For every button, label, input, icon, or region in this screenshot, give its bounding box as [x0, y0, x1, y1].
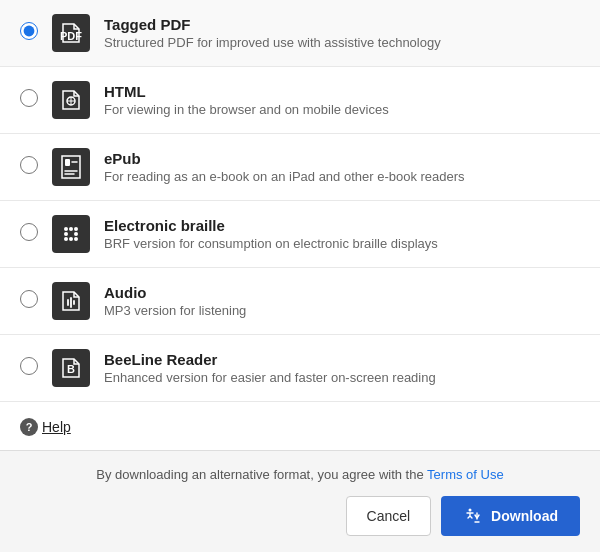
help-row: ? Help [0, 406, 600, 450]
svg-rect-5 [65, 159, 70, 166]
option-row-epub[interactable]: ePubFor reading as an e-book on an iPad … [0, 134, 600, 201]
option-title-html: HTML [104, 83, 580, 100]
radio-wrap-epub [20, 156, 38, 178]
epub-icon [52, 148, 90, 186]
option-desc-tagged-pdf: Structured PDF for improved use with ass… [104, 35, 580, 50]
html-icon [52, 81, 90, 119]
radio-audio[interactable] [20, 290, 38, 308]
option-title-epub: ePub [104, 150, 580, 167]
option-text-html: HTMLFor viewing in the browser and on mo… [104, 83, 580, 117]
tagged-pdf-icon: PDF [52, 14, 90, 52]
svg-rect-4 [52, 148, 90, 186]
radio-html[interactable] [20, 89, 38, 107]
option-row-electronic-braille[interactable]: Electronic brailleBRF version for consum… [0, 201, 600, 268]
audio-icon [52, 282, 90, 320]
option-desc-epub: For reading as an e-book on an iPad and … [104, 169, 580, 184]
footer-buttons: Cancel Download [20, 496, 580, 536]
radio-beeline-reader[interactable] [20, 357, 38, 375]
footer: By downloading an alternative format, yo… [0, 450, 600, 552]
svg-point-18 [469, 509, 472, 512]
option-text-electronic-braille: Electronic brailleBRF version for consum… [104, 217, 580, 251]
braille-icon [52, 215, 90, 253]
option-text-epub: ePubFor reading as an e-book on an iPad … [104, 150, 580, 184]
radio-tagged-pdf[interactable] [20, 22, 38, 40]
svg-point-7 [64, 227, 68, 231]
radio-wrap-html [20, 89, 38, 111]
option-title-audio: Audio [104, 284, 580, 301]
option-row-beeline-reader[interactable]: B BeeLine ReaderEnhanced version for eas… [0, 335, 600, 402]
option-row-tagged-pdf[interactable]: PDF Tagged PDFStructured PDF for improve… [0, 0, 600, 67]
svg-point-13 [69, 237, 73, 241]
svg-rect-6 [52, 215, 90, 253]
svg-point-9 [74, 227, 78, 231]
footer-tos-text: By downloading an alternative format, yo… [20, 467, 580, 482]
option-text-tagged-pdf: Tagged PDFStructured PDF for improved us… [104, 16, 580, 50]
option-desc-electronic-braille: BRF version for consumption on electroni… [104, 236, 580, 251]
radio-electronic-braille[interactable] [20, 223, 38, 241]
radio-wrap-electronic-braille [20, 223, 38, 245]
svg-point-12 [64, 237, 68, 241]
beeline-icon: B [52, 349, 90, 387]
radio-wrap-tagged-pdf [20, 22, 38, 44]
radio-epub[interactable] [20, 156, 38, 174]
download-button-label: Download [491, 508, 558, 524]
download-button[interactable]: Download [441, 496, 580, 536]
option-title-electronic-braille: Electronic braille [104, 217, 580, 234]
option-title-tagged-pdf: Tagged PDF [104, 16, 580, 33]
option-title-beeline-reader: BeeLine Reader [104, 351, 580, 368]
svg-text:B: B [67, 363, 75, 375]
radio-wrap-beeline-reader [20, 357, 38, 379]
svg-point-10 [64, 232, 68, 236]
svg-point-14 [74, 237, 78, 241]
options-list: PDF Tagged PDFStructured PDF for improve… [0, 0, 600, 406]
download-accessibility-icon [463, 506, 483, 526]
option-row-audio[interactable]: AudioMP3 version for listening [0, 268, 600, 335]
option-desc-html: For viewing in the browser and on mobile… [104, 102, 580, 117]
help-link[interactable]: Help [42, 419, 71, 435]
option-row-html[interactable]: HTMLFor viewing in the browser and on mo… [0, 67, 600, 134]
option-desc-beeline-reader: Enhanced version for easier and faster o… [104, 370, 580, 385]
option-text-beeline-reader: BeeLine ReaderEnhanced version for easie… [104, 351, 580, 385]
help-circle-icon: ? [20, 418, 38, 436]
radio-wrap-audio [20, 290, 38, 312]
cancel-button[interactable]: Cancel [346, 496, 432, 536]
svg-point-11 [74, 232, 78, 236]
svg-point-8 [69, 227, 73, 231]
terms-of-use-link[interactable]: Terms of Use [427, 467, 504, 482]
option-text-audio: AudioMP3 version for listening [104, 284, 580, 318]
option-desc-audio: MP3 version for listening [104, 303, 580, 318]
